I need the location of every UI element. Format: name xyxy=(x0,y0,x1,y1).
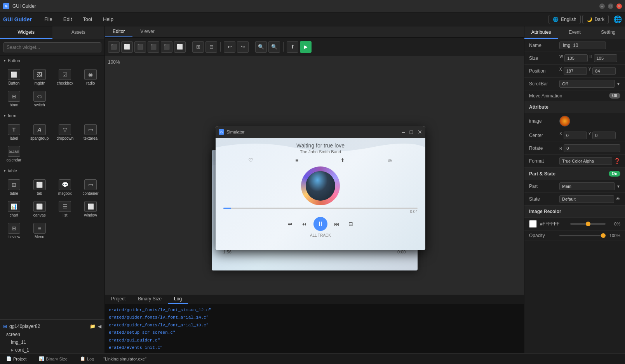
format-select[interactable]: True Color Alpha True Color Indexed 4 bi… xyxy=(559,157,612,165)
sim-minimize-button[interactable]: – xyxy=(402,129,405,135)
sim-heart-icon[interactable]: ♡ xyxy=(248,157,253,163)
scrollbar-label: ScrollBar xyxy=(529,81,556,87)
widget-chart[interactable]: 📊 chart xyxy=(2,199,26,220)
panel-tab-event[interactable]: Event xyxy=(558,26,591,39)
widget-btnm[interactable]: ⊞ btnm xyxy=(2,88,26,109)
tab-viewer[interactable]: Viewer xyxy=(132,26,162,37)
format-help-icon[interactable]: ❓ xyxy=(614,158,620,164)
section-form-header[interactable]: form xyxy=(0,111,104,120)
distribute-h-button[interactable]: ⬜ xyxy=(174,41,186,53)
widget-canvas[interactable]: ⬜ canvas xyxy=(27,199,52,220)
part-state-toggle[interactable]: On xyxy=(609,171,620,177)
recolor-color-swatch[interactable] xyxy=(529,220,537,228)
sim-smiley-icon[interactable]: ☺ xyxy=(387,157,393,163)
menu-tool[interactable]: Tool xyxy=(78,15,97,24)
panel-tab-attributes[interactable]: Attributes xyxy=(524,26,558,39)
menu-file[interactable]: File xyxy=(40,15,57,24)
globe-icon[interactable]: 🌐 xyxy=(613,15,622,24)
image-thumbnail[interactable] xyxy=(559,116,570,127)
sim-shuffle-button[interactable]: ⇌ xyxy=(286,219,295,229)
widget-menu[interactable]: ≡ Menu xyxy=(27,220,52,241)
move-anim-toggle[interactable]: Off xyxy=(609,93,620,99)
widget-container[interactable]: ▭ container xyxy=(78,177,103,198)
ungroup-button[interactable]: ⊟ xyxy=(205,41,217,53)
part-select[interactable]: Main Scrollbar xyxy=(559,182,615,190)
theme-selector[interactable]: 🌙 Dark xyxy=(582,15,609,24)
align-right-button[interactable]: ⬛ xyxy=(134,41,146,53)
align-top-button[interactable]: ⬛ xyxy=(148,41,159,53)
name-input[interactable] xyxy=(559,42,606,49)
align-bottom-button[interactable]: ⬛ xyxy=(161,41,172,53)
widget-checkbox[interactable]: ☑ checkbox xyxy=(53,67,78,88)
sim-repeat-button[interactable]: ⊟ xyxy=(346,219,355,229)
widget-tab[interactable]: ⬜ tab xyxy=(27,177,52,198)
sim-next-button[interactable]: ⏭ xyxy=(332,219,341,229)
widget-tileview[interactable]: ⊞ tileview xyxy=(2,220,26,241)
menu-help[interactable]: Help xyxy=(98,15,118,24)
widget-imgbtn[interactable]: 🖼 imgbtn xyxy=(27,67,52,88)
status-log[interactable]: 📋 Log xyxy=(77,355,97,362)
tab-widgets[interactable]: Widgets xyxy=(0,26,52,39)
widget-calendar[interactable]: 5/Jan calendar xyxy=(2,144,26,165)
tab-editor[interactable]: Editor xyxy=(105,26,132,37)
widget-label[interactable]: T label xyxy=(2,122,26,143)
section-button-header[interactable]: Button xyxy=(0,56,104,65)
redo-button[interactable]: ↪ xyxy=(237,41,249,53)
widget-list[interactable]: ☰ list xyxy=(53,199,78,220)
align-center-button[interactable]: ⬜ xyxy=(121,41,133,53)
widget-switch[interactable]: ⬭ switch xyxy=(27,88,52,109)
menu-edit[interactable]: Edit xyxy=(59,15,77,24)
minimize-button[interactable]: – xyxy=(599,3,605,9)
export-button[interactable]: ⬆ xyxy=(287,41,298,53)
widget-spangroup[interactable]: A spangroup xyxy=(27,122,52,143)
tree-screen[interactable]: screen xyxy=(3,331,101,338)
widget-table[interactable]: ⊞ table xyxy=(2,177,26,198)
search-input[interactable] xyxy=(3,42,101,52)
project-back-icon[interactable]: ◀ xyxy=(98,324,101,329)
section-table-header[interactable]: table xyxy=(0,166,104,175)
widget-button[interactable]: ⬜ Button xyxy=(2,67,26,88)
sim-share-icon[interactable]: ⬆ xyxy=(340,157,345,163)
widget-msgbox[interactable]: 💬 msgbox xyxy=(53,177,78,198)
pos-x-input[interactable] xyxy=(564,67,587,75)
zoom-in-button[interactable]: 🔍 xyxy=(268,41,280,53)
console-tab-project[interactable]: Project xyxy=(105,295,132,304)
center-x-input[interactable] xyxy=(564,132,587,139)
rotate-r-input[interactable] xyxy=(564,144,620,152)
console-tab-binary[interactable]: Binary Size xyxy=(132,295,168,304)
language-selector[interactable]: 🌐 English xyxy=(548,15,580,24)
state-select[interactable]: Default Focused Pressed xyxy=(559,195,614,203)
state-visibility-icon[interactable]: 👁 xyxy=(616,196,620,202)
sim-play-button[interactable]: ⏸ xyxy=(313,217,327,231)
project-folder-icon[interactable]: 📁 xyxy=(90,324,96,329)
center-y-input[interactable] xyxy=(592,132,616,139)
console-tab-log[interactable]: Log xyxy=(168,295,188,304)
sim-prev-button[interactable]: ⏮ xyxy=(299,219,309,229)
sim-maximize-button[interactable]: □ xyxy=(410,129,413,135)
widget-dropdown[interactable]: ▽ dropdown xyxy=(53,122,78,143)
tab-assets[interactable]: Assets xyxy=(52,26,105,39)
widget-radio[interactable]: ◉ radio xyxy=(78,67,103,88)
panel-tab-setting[interactable]: Setting xyxy=(592,26,625,39)
size-h-input[interactable] xyxy=(594,54,617,62)
tree-item-cont1[interactable]: ▶ cont_1 xyxy=(8,346,101,354)
align-left-button[interactable]: ⬛ xyxy=(108,41,120,53)
undo-button[interactable]: ↩ xyxy=(224,41,235,53)
widget-textarea[interactable]: ▭ textarea xyxy=(78,122,103,143)
group-button[interactable]: ⊞ xyxy=(192,41,204,53)
scrollbar-select[interactable]: Off On Auto xyxy=(559,80,615,88)
recolor-slider[interactable] xyxy=(570,223,606,225)
widget-window[interactable]: ⬜ window xyxy=(78,199,103,220)
maximize-button[interactable]: □ xyxy=(608,3,613,9)
sim-lyrics-icon[interactable]: ≡ xyxy=(295,157,298,163)
status-project[interactable]: 📄 Project xyxy=(3,355,30,362)
sim-close-button[interactable]: ✕ xyxy=(418,129,422,135)
tree-item-img11[interactable]: img_11 xyxy=(8,338,101,346)
pos-y-input[interactable] xyxy=(592,67,616,75)
play-button[interactable]: ▶ xyxy=(300,41,312,53)
zoom-out-button[interactable]: 🔍 xyxy=(255,41,267,53)
close-button[interactable]: ✕ xyxy=(616,3,622,9)
opacity-slider[interactable] xyxy=(559,235,606,236)
size-w-input[interactable] xyxy=(564,54,588,62)
status-binary[interactable]: 📊 Binary Size xyxy=(36,355,71,362)
